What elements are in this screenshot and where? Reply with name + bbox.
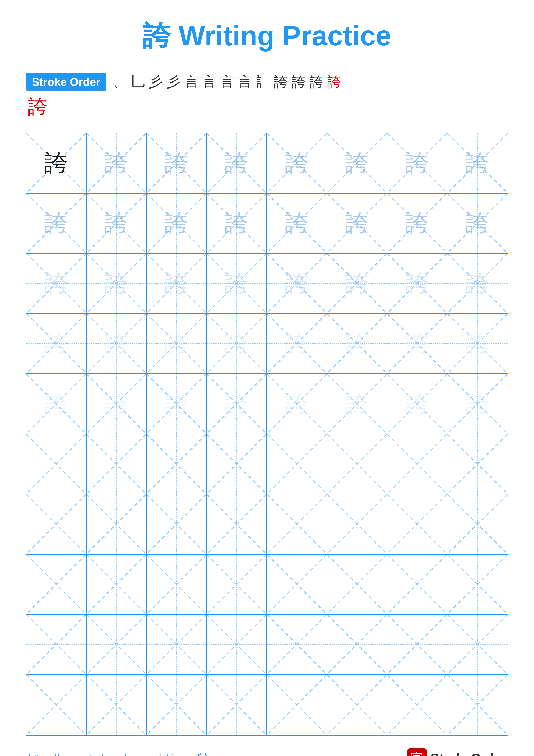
grid-cell[interactable] [147, 615, 207, 675]
grid-cell[interactable]: 誇 [147, 254, 207, 314]
grid-cell[interactable] [387, 675, 447, 735]
practice-char: 誇 [44, 332, 68, 355]
grid-cell[interactable] [267, 675, 327, 735]
grid-cell[interactable]: 誇 [387, 314, 447, 374]
grid-cell[interactable]: 誇 [27, 374, 87, 434]
grid-cell[interactable] [447, 494, 507, 554]
grid-cell[interactable]: 誇 [207, 374, 267, 434]
grid-cell[interactable] [27, 434, 87, 494]
grid-cell[interactable] [267, 554, 327, 615]
grid-cell[interactable] [147, 434, 207, 494]
grid-cell[interactable] [267, 494, 327, 554]
grid-cell[interactable] [327, 675, 387, 735]
stroke-step-8: 言 [238, 72, 252, 92]
grid-cell[interactable]: 誇 [447, 194, 507, 254]
grid-cell[interactable] [387, 434, 447, 494]
grid-cell[interactable]: 誇 [147, 194, 207, 254]
grid-cell[interactable]: 誇 [447, 374, 507, 434]
grid-cell[interactable] [447, 675, 507, 735]
svg-line-123 [327, 554, 387, 614]
practice-char: 誇 [105, 272, 128, 295]
practice-char: 誇 [165, 332, 188, 355]
grid-row-4: 誇 誇 誇 誇 誇 誇 誇 誇 [27, 374, 507, 434]
grid-cell[interactable] [387, 615, 447, 675]
grid-cell[interactable] [27, 615, 87, 675]
grid-cell[interactable]: 誇 [447, 254, 507, 314]
svg-line-88 [267, 434, 327, 494]
grid-cell[interactable]: 誇 [267, 314, 327, 374]
grid-cell[interactable] [147, 554, 207, 615]
grid-cell[interactable]: 誇 [447, 314, 507, 374]
grid-cell[interactable] [27, 494, 87, 554]
svg-line-130 [87, 615, 146, 674]
practice-char: 誇 [165, 151, 188, 175]
practice-char: 誇 [44, 151, 68, 175]
grid-cell[interactable]: 誇 [387, 133, 447, 194]
grid-cell[interactable] [327, 434, 387, 494]
grid-cell[interactable]: 誇 [147, 374, 207, 434]
grid-cell[interactable]: 誇 [387, 374, 447, 434]
grid-cell[interactable] [447, 554, 507, 615]
grid-cell[interactable]: 誇 [87, 374, 147, 434]
grid-cell[interactable]: 誇 [267, 374, 327, 434]
grid-cell[interactable] [207, 434, 267, 494]
grid-cell[interactable]: 誇 [327, 133, 387, 194]
grid-cell[interactable]: 誇 [27, 194, 87, 254]
practice-char: 誇 [44, 272, 68, 295]
grid-cell[interactable]: 誇 [27, 254, 87, 314]
grid-cell[interactable]: 誇 [327, 254, 387, 314]
footer-url[interactable]: https://www.strokeorder.com/chinese/誇 [28, 751, 210, 756]
grid-cell[interactable] [447, 615, 507, 675]
grid-cell[interactable]: 誇 [207, 133, 267, 194]
grid-cell[interactable]: 誇 [267, 254, 327, 314]
grid-cell[interactable] [387, 554, 447, 615]
grid-cell[interactable] [27, 675, 87, 735]
grid-cell[interactable] [267, 615, 327, 675]
grid-cell[interactable] [207, 494, 267, 554]
grid-cell[interactable] [87, 434, 147, 494]
grid-cell[interactable]: 誇 [27, 314, 87, 374]
grid-cell[interactable]: 誇 [87, 314, 147, 374]
grid-cell[interactable] [447, 434, 507, 494]
grid-cell[interactable]: 誇 [267, 133, 327, 194]
grid-cell[interactable] [387, 494, 447, 554]
grid-cell[interactable]: 誇 [147, 133, 207, 194]
practice-char: 誇 [225, 332, 248, 355]
grid-cell[interactable] [207, 554, 267, 615]
grid-cell[interactable] [327, 494, 387, 554]
grid-cell[interactable] [267, 434, 327, 494]
grid-cell[interactable]: 誇 [267, 194, 327, 254]
grid-cell[interactable]: 誇 [327, 194, 387, 254]
grid-cell[interactable]: 誇 [327, 314, 387, 374]
grid-cell[interactable] [27, 554, 87, 615]
grid-cell[interactable] [207, 615, 267, 675]
svg-line-149 [147, 675, 206, 735]
grid-cell[interactable]: 誇 [207, 314, 267, 374]
grid-cell[interactable]: 誇 [87, 254, 147, 314]
grid-cell[interactable] [327, 615, 387, 675]
svg-line-137 [267, 615, 327, 674]
grid-cell[interactable] [87, 494, 147, 554]
grid-cell[interactable]: 誇 [447, 133, 507, 194]
grid-cell[interactable] [87, 554, 147, 615]
svg-line-140 [387, 615, 447, 674]
svg-line-113 [27, 554, 86, 614]
grid-cell[interactable]: 誇 [27, 133, 87, 194]
grid-cell[interactable]: 誇 [387, 194, 447, 254]
practice-char: 誇 [466, 392, 489, 416]
grid-cell[interactable]: 誇 [327, 374, 387, 434]
grid-cell[interactable] [87, 615, 147, 675]
grid-cell[interactable] [87, 675, 147, 735]
grid-cell[interactable]: 誇 [207, 254, 267, 314]
grid-cell[interactable] [327, 554, 387, 615]
grid-cell[interactable]: 誇 [87, 133, 147, 194]
grid-cell[interactable] [147, 675, 207, 735]
grid-row-6 [27, 494, 507, 554]
grid-cell[interactable]: 誇 [147, 314, 207, 374]
footer: https://www.strokeorder.com/chinese/誇 字 … [26, 748, 508, 756]
grid-cell[interactable] [207, 675, 267, 735]
grid-cell[interactable] [147, 494, 207, 554]
grid-cell[interactable]: 誇 [87, 194, 147, 254]
grid-cell[interactable]: 誇 [387, 254, 447, 314]
grid-cell[interactable]: 誇 [207, 194, 267, 254]
